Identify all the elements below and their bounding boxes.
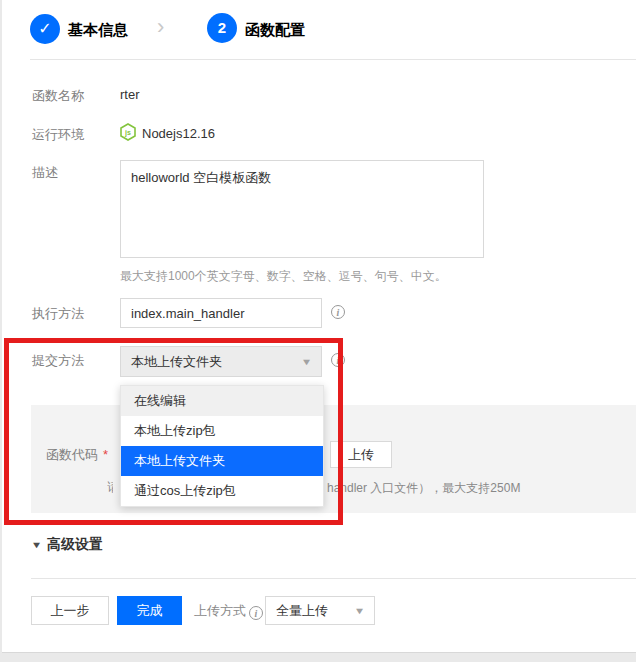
step2-number-circle: 2 [207, 13, 237, 43]
submit-method-dropdown-menu: 在线编辑 本地上传zip包 本地上传文件夹 通过cos上传zip包 [120, 385, 324, 507]
dropdown-option-local-zip[interactable]: 本地上传zip包 [121, 416, 323, 446]
check-icon: ✓ [38, 20, 51, 37]
function-code-label: 函数代码* [46, 446, 108, 464]
step1-check-circle: ✓ [30, 14, 60, 44]
function-name-label: 函数名称 [32, 87, 84, 105]
runtime-label: 运行环境 [32, 126, 84, 144]
handler-label: 执行方法 [32, 305, 84, 323]
handler-info-icon[interactable]: i [331, 305, 345, 319]
step2-label: 函数配置 [245, 21, 305, 40]
finish-button[interactable]: 完成 [117, 596, 182, 625]
submit-method-info-icon[interactable]: i [331, 353, 345, 367]
chevron-right-icon: › [157, 14, 164, 40]
function-name-value: rter [120, 87, 140, 102]
page-card: ✓ 基本信息 › 2 函数配置 函数名称 rter 运行环境 js Nodejs… [2, 0, 636, 653]
svg-text:js: js [124, 129, 131, 137]
header-divider [30, 59, 636, 60]
description-label: 描述 [32, 164, 58, 182]
description-helper: 最大支持1000个英文字母、数字、空格、逗号、句号、中文。 [120, 268, 447, 285]
dropdown-option-local-folder[interactable]: 本地上传文件夹 [121, 446, 323, 476]
upload-mode-label: 上传方式i [194, 602, 263, 620]
handler-input[interactable] [120, 298, 322, 328]
upload-mode-info-icon[interactable]: i [249, 606, 263, 620]
dropdown-option-cos-zip[interactable]: 通过cos上传zip包 [121, 476, 323, 506]
collapse-triangle-icon: ▼ [31, 540, 43, 550]
chevron-down-icon: ▼ [354, 606, 366, 616]
submit-method-select[interactable]: 本地上传文件夹 ▼ [120, 346, 322, 377]
dropdown-option-online-edit[interactable]: 在线编辑 [121, 386, 323, 416]
required-asterisk: * [103, 447, 108, 462]
upload-button[interactable]: 上传 [330, 441, 392, 468]
upload-mode-value: 全量上传 [276, 602, 328, 620]
prev-step-button[interactable]: 上一步 [31, 596, 109, 625]
chevron-down-icon: ▼ [301, 357, 313, 367]
step2-number: 2 [218, 19, 226, 36]
code-note-clipped-fragment: 请 [107, 479, 113, 495]
runtime-value: Nodejs12.16 [142, 126, 215, 141]
submit-method-value: 本地上传文件夹 [131, 353, 222, 371]
step1-label: 基本信息 [68, 21, 128, 40]
nodejs-icon: js [119, 123, 137, 141]
code-note-text: handler 入口文件），最大支持250M [327, 480, 520, 497]
submit-method-label: 提交方法 [32, 352, 84, 370]
description-textarea[interactable]: helloworld 空白模板函数 [120, 160, 484, 258]
upload-mode-select[interactable]: 全量上传 ▼ [265, 596, 375, 625]
advanced-settings-toggle[interactable]: 高级设置 [47, 536, 103, 554]
advanced-divider [31, 578, 636, 579]
